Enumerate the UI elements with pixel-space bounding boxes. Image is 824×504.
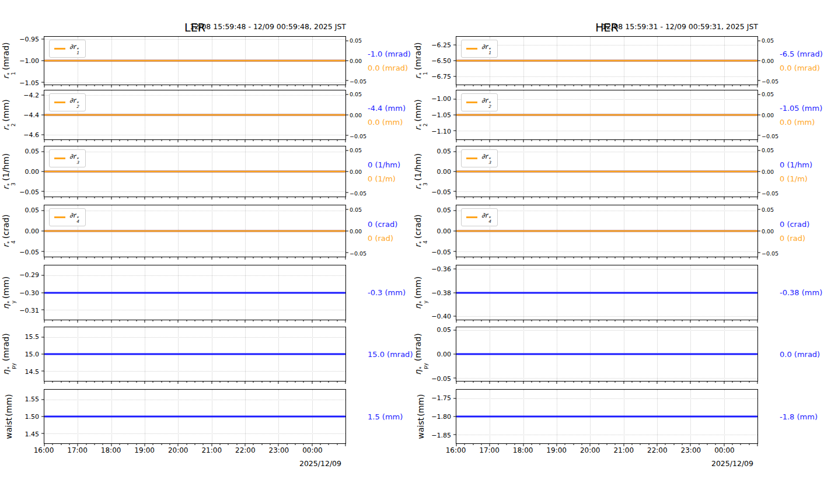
x-tick-mark xyxy=(507,197,507,198)
x-tick-mark xyxy=(195,257,195,258)
x-tick-mark xyxy=(640,85,641,86)
x-tick-mark xyxy=(295,257,296,258)
x-tick-mark xyxy=(590,257,591,260)
x-tick-mark xyxy=(456,85,457,88)
y-tick-mark xyxy=(41,337,44,337)
y-tick-label: 0.05 xyxy=(437,147,452,155)
x-tick-mark xyxy=(640,257,641,258)
x-tick-mark xyxy=(161,139,162,141)
y-tick-mark xyxy=(41,371,44,372)
legend-label: ∂r*3 xyxy=(481,152,491,164)
x-tick-mark xyxy=(78,381,78,384)
y-tick-mark xyxy=(41,82,44,82)
x-tick-mark xyxy=(673,320,674,321)
right-tick-label: −0.05 xyxy=(762,250,778,256)
y-axis-label-base: r xyxy=(413,76,423,79)
x-tick-mark xyxy=(465,381,465,383)
x-tick-mark xyxy=(690,139,691,142)
x-tick-mark xyxy=(615,257,616,258)
y-tick-labels: 0.050.00−0.05 xyxy=(427,146,456,197)
x-tick-mark xyxy=(632,85,633,86)
y-axis-label-base: η xyxy=(1,304,11,309)
x-tick-mark xyxy=(665,85,666,86)
y-tick-mark xyxy=(41,134,44,135)
x-tick-mark xyxy=(632,139,633,141)
x-tick-label: 21:00 xyxy=(613,446,634,454)
x-tick-mark xyxy=(111,381,111,384)
x-tick-mark xyxy=(78,257,78,260)
x-tick-mark xyxy=(715,320,716,321)
x-tick-mark xyxy=(161,257,162,258)
y-tick-mark xyxy=(41,399,44,400)
x-tick-mark xyxy=(582,320,582,321)
x-tick-mark xyxy=(598,85,599,86)
plot-row: r*1(mrad)−0.95−1.00−1.05∂r*10.050.00−0.0… xyxy=(0,36,412,85)
x-tick-mark xyxy=(490,139,490,142)
gridline-horizontal xyxy=(456,211,757,211)
y-tick-label: −1.05 xyxy=(431,111,451,119)
gridline-horizontal xyxy=(44,275,345,276)
x-tick-mark xyxy=(278,85,279,88)
x-tick-mark xyxy=(673,139,674,141)
x-tick-mark xyxy=(303,139,304,141)
gridline-horizontal xyxy=(44,39,345,40)
y-axis-label-unit: (mm) xyxy=(416,394,425,416)
annotation-value: 15.0 (mrad) xyxy=(368,350,412,359)
x-tick-mark xyxy=(329,85,329,86)
x-tick-mark xyxy=(673,381,674,383)
annotation-value: 0 (crad) xyxy=(780,220,824,229)
x-tick-label: 22:00 xyxy=(235,446,256,454)
x-tick-mark xyxy=(103,85,103,86)
y-axis-label-base: η xyxy=(413,370,423,375)
x-tick-mark xyxy=(598,139,599,141)
x-tick-mark xyxy=(303,257,304,258)
y-tick-mark xyxy=(453,210,456,211)
x-tick-mark xyxy=(136,320,137,321)
legend-label-base: ∂r xyxy=(481,43,488,51)
x-tick-mark xyxy=(287,320,287,321)
y-axis-label: r*3(1/hm) xyxy=(0,146,15,197)
plot-row: waist(mm)−1.75−1.80−1.85-1.8 (mm) xyxy=(412,389,824,444)
x-tick-mark xyxy=(186,257,187,258)
y-tick-label: −1.00 xyxy=(19,57,39,65)
x-tick-label: 20:00 xyxy=(580,446,600,454)
x-tick-mark xyxy=(295,320,296,321)
x-tick-mark xyxy=(473,320,473,321)
legend-line-swatch xyxy=(466,158,477,159)
y-axis-label-text: η*y(mm) xyxy=(1,276,16,309)
x-tick-mark xyxy=(749,381,749,383)
x-tick-mark xyxy=(590,381,591,384)
gridline-horizontal xyxy=(456,316,757,317)
x-tick-mark xyxy=(732,139,733,141)
legend-line-swatch xyxy=(54,158,65,159)
x-tick-mark xyxy=(699,85,699,86)
y-tick-label: 0.05 xyxy=(437,206,452,214)
x-tick-mark xyxy=(741,320,741,321)
y-axis-label-unit: (mrad) xyxy=(1,42,11,70)
y-axis-label: r*2(mm) xyxy=(0,90,15,140)
legend-line-swatch xyxy=(54,102,65,103)
x-tick-mark xyxy=(665,257,666,258)
right-tick-label: 0.05 xyxy=(762,206,774,212)
x-tick-mark xyxy=(228,139,229,141)
right-tick-label: 0.00 xyxy=(350,112,362,118)
x-tick-mark xyxy=(690,257,691,260)
y-tick-labels: 0.050.00−0.05 xyxy=(15,146,44,197)
x-tick-mark xyxy=(120,320,120,321)
x-tick-mark xyxy=(615,139,616,141)
x-tick-mark xyxy=(236,381,237,383)
y-tick-mark xyxy=(453,76,456,76)
y-axis-label-unit: (mm) xyxy=(413,99,423,121)
x-tick-mark xyxy=(607,139,607,141)
y-tick-label: −1.85 xyxy=(431,431,451,439)
y-axis-label: η*y(mm) xyxy=(412,265,427,320)
x-tick-mark xyxy=(53,381,53,383)
right-tick-labels xyxy=(346,265,367,320)
x-tick-mark xyxy=(320,257,321,258)
x-tick-mark xyxy=(523,381,523,384)
x-tick-mark xyxy=(136,139,137,141)
plot-area xyxy=(456,327,758,382)
x-tick-mark xyxy=(465,139,465,141)
x-tick-mark xyxy=(195,320,195,321)
x-tick-mark xyxy=(236,197,237,198)
